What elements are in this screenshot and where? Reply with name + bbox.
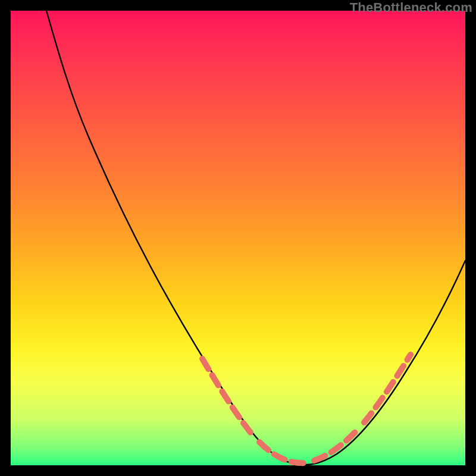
lowlight-seg-3 — [314, 430, 357, 461]
chart-frame — [11, 11, 465, 465]
lowlight-seg-1 — [202, 359, 253, 436]
bottleneck-curve — [11, 11, 465, 465]
lowlight-band-group — [202, 355, 411, 463]
lowlight-seg-4 — [364, 355, 411, 422]
curve-path — [46, 11, 465, 465]
lowlight-seg-2 — [259, 442, 307, 463]
watermark-text: TheBottleneck.com — [350, 0, 472, 15]
